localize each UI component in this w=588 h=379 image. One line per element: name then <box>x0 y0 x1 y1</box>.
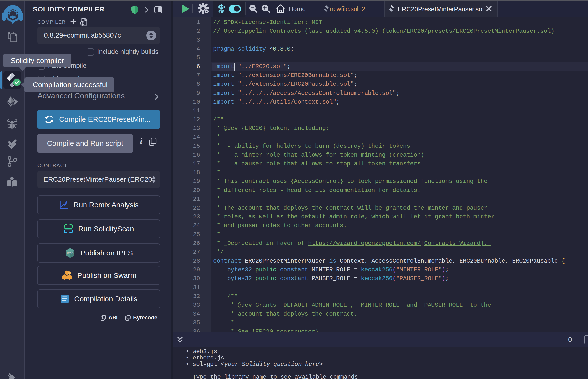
svg-text:IPFS: IPFS <box>67 252 74 255</box>
